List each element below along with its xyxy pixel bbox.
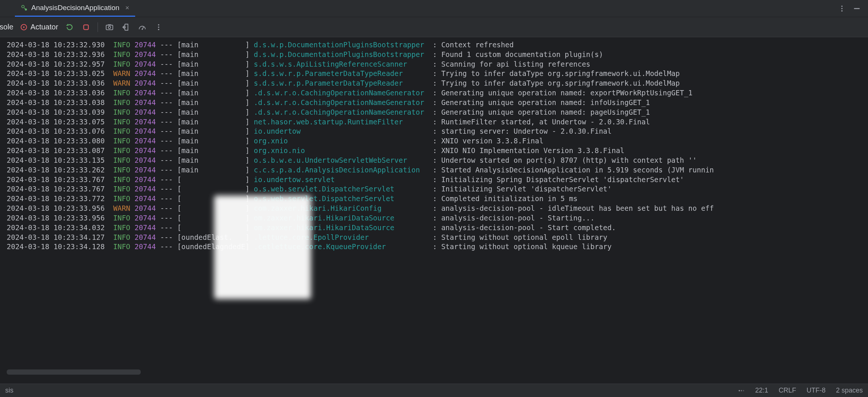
svg-point-2 (841, 6, 843, 7)
log-line: 2024-03-18 10:23:33.262 INFO 20744 --- [… (7, 165, 861, 175)
log-line: 2024-03-18 10:23:33.039 INFO 20744 --- [… (7, 108, 861, 117)
log-line: 2024-03-18 10:23:33.956 WARN 20744 --- [… (7, 204, 861, 213)
minimize-icon[interactable] (853, 5, 861, 12)
stop-button[interactable] (81, 22, 91, 32)
run-config-icon (21, 4, 28, 11)
status-bar: sis 22:1 CRLF UTF-8 2 spaces (0, 384, 868, 397)
exit-icon[interactable] (121, 22, 131, 32)
svg-point-10 (108, 26, 111, 28)
log-line: 2024-03-18 10:23:33.076 INFO 20744 --- [… (7, 127, 861, 136)
encoding[interactable]: UTF-8 (807, 387, 826, 394)
log-line: 2024-03-18 10:23:33.767 INFO 20744 --- [… (7, 184, 861, 194)
run-tabs-bar: AnalysisDecisionApplication × (0, 0, 868, 17)
svg-point-15 (158, 29, 160, 30)
close-icon[interactable]: × (125, 4, 130, 12)
dashboard-icon[interactable] (137, 22, 147, 32)
actuator-tab[interactable]: Actuator (20, 23, 58, 31)
log-line: 2024-03-18 10:23:34.128 INFO 20744 --- [… (7, 242, 861, 252)
actuator-icon (20, 23, 28, 31)
log-line: 2024-03-18 10:23:32.930 INFO 20744 --- [… (7, 40, 861, 50)
svg-rect-9 (106, 25, 113, 29)
svg-point-0 (22, 5, 24, 8)
camera-icon[interactable] (105, 22, 114, 32)
svg-point-18 (743, 390, 744, 391)
rerun-button[interactable] (65, 22, 74, 32)
separator (98, 22, 98, 32)
tab-title: AnalysisDecisionApplication (31, 4, 120, 12)
log-line: 2024-03-18 10:23:33.772 INFO 20744 --- [… (7, 194, 861, 204)
more-icon[interactable] (154, 22, 163, 32)
svg-point-16 (739, 390, 740, 391)
svg-point-13 (158, 24, 160, 26)
log-line: 2024-03-18 10:23:33.025 WARN 20744 --- [… (7, 69, 861, 79)
loading-icon (738, 387, 745, 394)
run-toolbar: nsole Actuator (0, 17, 868, 37)
redacted-overlay (214, 196, 311, 299)
svg-point-17 (741, 390, 742, 391)
log-line: 2024-03-18 10:23:33.036 WARN 20744 --- [… (7, 79, 861, 88)
log-line: 2024-03-18 10:23:33.075 INFO 20744 --- [… (7, 117, 861, 127)
caret-position[interactable]: 22:1 (755, 387, 768, 394)
log-line: 2024-03-18 10:23:33.956 INFO 20744 --- [… (7, 213, 861, 223)
svg-point-12 (142, 28, 143, 29)
log-line: 2024-03-18 10:23:32.936 INFO 20744 --- [… (7, 50, 861, 60)
log-line: 2024-03-18 10:23:33.767 INFO 20744 --- [… (7, 175, 861, 185)
horizontal-scrollbar[interactable] (7, 369, 141, 375)
svg-point-3 (841, 8, 843, 9)
tab-run-config[interactable]: AnalysisDecisionApplication × (15, 0, 135, 17)
status-left: sis (5, 387, 13, 394)
log-line: 2024-03-18 10:23:34.127 INFO 20744 --- [… (7, 233, 861, 242)
console-tab[interactable]: nsole (0, 23, 13, 31)
more-vert-icon[interactable] (838, 5, 846, 12)
log-line: 2024-03-18 10:23:33.036 INFO 20744 --- [… (7, 88, 861, 98)
svg-rect-11 (108, 24, 111, 25)
log-line: 2024-03-18 10:23:33.038 INFO 20744 --- [… (7, 98, 861, 108)
svg-rect-8 (84, 25, 89, 29)
indent[interactable]: 2 spaces (836, 387, 863, 394)
log-line: 2024-03-18 10:23:33.087 INFO 20744 --- [… (7, 146, 861, 156)
line-separator[interactable]: CRLF (779, 387, 796, 394)
log-line: 2024-03-18 10:23:33.080 INFO 20744 --- [… (7, 136, 861, 146)
log-line: 2024-03-18 10:23:34.032 INFO 20744 --- [… (7, 223, 861, 233)
svg-point-14 (158, 26, 160, 28)
svg-point-4 (841, 10, 843, 12)
log-line: 2024-03-18 10:23:33.135 INFO 20744 --- [… (7, 156, 861, 165)
svg-point-1 (25, 9, 27, 11)
console-output[interactable]: 2024-03-18 10:23:32.930 INFO 20744 --- [… (0, 37, 868, 384)
log-line: 2024-03-18 10:23:32.957 INFO 20744 --- [… (7, 60, 861, 69)
svg-point-7 (23, 26, 25, 28)
svg-rect-5 (854, 8, 860, 9)
